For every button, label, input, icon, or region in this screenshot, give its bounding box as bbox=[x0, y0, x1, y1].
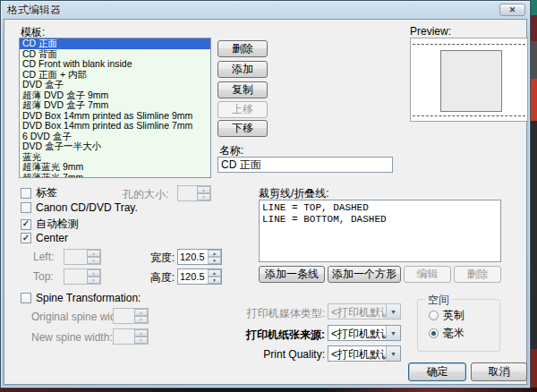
print-quality-value: <打印机默认> bbox=[328, 346, 386, 361]
spin-down-icon: ▼ bbox=[134, 337, 148, 344]
top-input bbox=[64, 269, 87, 284]
ok-button[interactable]: 确定 bbox=[408, 362, 466, 381]
canon-tray-checkbox-text: Canon CD/DVD Tray. bbox=[36, 201, 138, 214]
move-up-button: 上移 bbox=[217, 101, 268, 118]
preview-label: Preview: bbox=[410, 25, 451, 38]
list-item[interactable]: 超薄蓝光 7mm bbox=[20, 173, 210, 179]
list-item[interactable]: DVD 盒子 bbox=[20, 80, 210, 90]
checkbox-checked-icon bbox=[21, 219, 31, 230]
new-spine-label: New spine width: bbox=[31, 331, 113, 344]
window-title: 格式编辑器 bbox=[7, 3, 61, 18]
spine-transformation-checkbox-text: Spine Transformation: bbox=[36, 292, 141, 304]
spin-up-icon: ▲ bbox=[134, 309, 148, 316]
dropdown-arrow-icon: ▼ bbox=[390, 330, 396, 337]
spine-transformation-checkbox[interactable]: Spine Transformation: bbox=[21, 292, 141, 304]
autodetect-checkbox-text: 自动检测 bbox=[36, 217, 79, 232]
preview-template-outline bbox=[440, 50, 502, 112]
preview-area bbox=[410, 38, 528, 122]
spin-down-icon: ▼ bbox=[134, 316, 148, 323]
media-type-label: 打印机媒体类型: bbox=[219, 306, 325, 321]
spin-down-icon[interactable]: ▼ bbox=[208, 257, 221, 264]
spin-down-icon: ▼ bbox=[197, 193, 210, 200]
spin-down-icon[interactable]: ▼ bbox=[208, 277, 221, 284]
checkbox-icon bbox=[21, 202, 31, 213]
left-spinner: ▲▼ bbox=[64, 249, 101, 265]
delete-template-button[interactable]: 删除 bbox=[217, 40, 268, 57]
close-icon: ✕ bbox=[509, 6, 516, 14]
spin-up-icon: ▲ bbox=[87, 250, 100, 257]
original-spine-spinner: ▲▼ bbox=[113, 308, 149, 324]
list-item[interactable]: CD 正面 + 内部 bbox=[20, 70, 210, 81]
list-item[interactable]: 超薄蓝光 9mm bbox=[20, 162, 210, 173]
units-group-label: 空间 bbox=[425, 293, 452, 308]
metric-radio[interactable]: 毫米 bbox=[429, 326, 465, 341]
edit-line-button: 编辑 bbox=[404, 266, 451, 283]
paper-source-select[interactable]: <打印机默认> ▼ bbox=[328, 325, 401, 341]
autodetect-checkbox[interactable]: 自动检测 bbox=[21, 217, 79, 232]
spin-up-icon: ▲ bbox=[197, 186, 210, 193]
radio-icon bbox=[429, 311, 439, 320]
spin-down-icon: ▼ bbox=[87, 257, 100, 264]
media-type-value: <打印机默认> bbox=[328, 304, 386, 319]
spin-down-icon: ▼ bbox=[87, 277, 100, 284]
imperial-radio[interactable]: 英制 bbox=[429, 308, 465, 323]
delete-line-button: 删除 bbox=[454, 266, 501, 283]
croplines-textarea[interactable]: LINE = TOP, DASHED LINE = BOTTOM, DASHED bbox=[259, 200, 501, 262]
print-quality-label: Print Quality: bbox=[219, 348, 325, 361]
list-item[interactable]: CD 背面 bbox=[20, 49, 210, 60]
radio-checked-icon bbox=[429, 328, 439, 338]
dialog-client-area: 模板: CD 正面 CD 背面 CD Front with blank insi… bbox=[4, 19, 527, 385]
move-down-button[interactable]: 下移 bbox=[217, 120, 268, 137]
metric-radio-text: 毫米 bbox=[443, 326, 465, 341]
list-item[interactable]: CD Front with blank inside bbox=[20, 59, 210, 70]
title-bar[interactable]: 格式编辑器 ✕ bbox=[1, 1, 530, 19]
paper-source-label: 打印机纸张来源: bbox=[219, 328, 325, 343]
list-item[interactable]: 6 DVD 盒子 bbox=[20, 132, 210, 142]
width-spinner[interactable]: ▲▼ bbox=[177, 249, 222, 265]
width-input[interactable] bbox=[178, 250, 208, 264]
add-rectangle-button[interactable]: 添加一个方形 bbox=[328, 266, 401, 283]
close-button[interactable]: ✕ bbox=[499, 4, 525, 16]
checkbox-checked-icon bbox=[21, 233, 31, 243]
hole-size-spinner: ▲▼ bbox=[177, 185, 211, 201]
dropdown-arrow-icon: ▼ bbox=[390, 351, 396, 357]
imperial-radio-text: 英制 bbox=[443, 308, 465, 323]
left-label: Left: bbox=[33, 251, 54, 263]
checkbox-icon bbox=[21, 293, 31, 303]
spin-up-icon[interactable]: ▲ bbox=[208, 269, 221, 277]
list-item[interactable]: DVD 盒子一半大小 bbox=[20, 141, 210, 152]
center-checkbox-text: Center bbox=[36, 232, 68, 244]
add-template-button[interactable]: 添加 bbox=[217, 61, 268, 78]
list-item[interactable]: DVD Box 14mm printed as Slimline 9mm bbox=[20, 111, 210, 122]
left-input bbox=[64, 250, 87, 264]
hole-size-input bbox=[178, 186, 197, 200]
label-checkbox[interactable]: 标签 bbox=[21, 185, 57, 200]
format-editor-dialog: 格式编辑器 ✕ 模板: CD 正面 CD 背面 CD Front with bl… bbox=[0, 0, 531, 388]
template-name-input[interactable] bbox=[217, 157, 393, 173]
top-label: Top: bbox=[33, 270, 54, 283]
template-list[interactable]: CD 正面 CD 背面 CD Front with blank inside C… bbox=[19, 38, 211, 178]
height-input[interactable] bbox=[178, 269, 208, 284]
dropdown-arrow-icon: ▼ bbox=[390, 309, 396, 315]
list-item[interactable]: 超薄 DVD 盒子 7mm bbox=[20, 100, 210, 111]
list-item[interactable]: DVD Box 14mm printed as Slimline 7mm bbox=[20, 121, 210, 132]
canon-tray-checkbox[interactable]: Canon CD/DVD Tray. bbox=[21, 201, 138, 214]
copy-template-button[interactable]: 复制 bbox=[217, 81, 268, 98]
cancel-button[interactable]: 取消 bbox=[471, 362, 527, 381]
list-item[interactable]: 蓝光 bbox=[20, 152, 210, 163]
new-spine-input bbox=[114, 329, 134, 344]
checkbox-icon bbox=[21, 188, 31, 199]
list-item[interactable]: 超薄 DVD 盒子 9mm bbox=[20, 90, 210, 101]
print-quality-select[interactable]: <打印机默认> ▼ bbox=[328, 345, 401, 362]
spin-up-icon: ▲ bbox=[87, 269, 100, 277]
spin-up-icon[interactable]: ▲ bbox=[208, 250, 221, 257]
add-line-button[interactable]: 添加一条线 bbox=[259, 266, 325, 283]
original-spine-input bbox=[114, 309, 134, 323]
media-type-select: <打印机默认> ▼ bbox=[328, 303, 401, 320]
center-checkbox[interactable]: Center bbox=[21, 232, 68, 244]
width-label: 宽度: bbox=[139, 251, 175, 266]
hole-size-label: 孔的大小: bbox=[123, 187, 168, 202]
height-spinner[interactable]: ▲▼ bbox=[177, 268, 222, 285]
paper-source-value: <打印机默认> bbox=[328, 326, 386, 340]
list-item-selected[interactable]: CD 正面 bbox=[20, 38, 210, 49]
